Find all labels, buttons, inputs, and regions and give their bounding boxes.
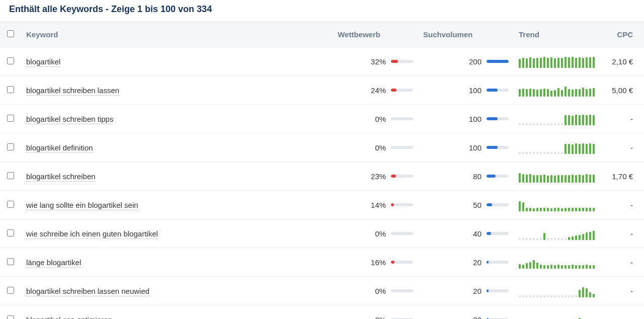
row-checkbox[interactable]	[7, 57, 14, 64]
trend-sparkline	[519, 227, 595, 240]
trend-sparkline	[519, 198, 595, 211]
competition-value: 14%	[367, 201, 386, 209]
col-cpc[interactable]: CPC	[600, 22, 644, 47]
keyword-text[interactable]: blogartikel schreiben lassen neuwied	[26, 287, 149, 296]
volume-bar	[487, 89, 509, 92]
trend-sparkline	[519, 256, 595, 269]
row-checkbox[interactable]	[7, 229, 14, 236]
keyword-text[interactable]: blogartikel schreiben	[26, 172, 96, 182]
col-competition[interactable]: Wettbewerb	[333, 22, 418, 47]
col-volume[interactable]: Suchvolumen	[418, 22, 514, 47]
cpc-value: -	[600, 191, 644, 219]
table-row: blogartikel schreiben23%801,70 €	[0, 162, 644, 191]
row-checkbox[interactable]	[7, 86, 14, 93]
col-keyword[interactable]: Keyword	[21, 22, 333, 47]
table-row: wie schreibe ich einen guten blogartikel…	[0, 219, 644, 248]
competition-value: 0%	[367, 315, 386, 320]
volume-bar	[487, 175, 509, 178]
row-checkbox[interactable]	[7, 115, 14, 122]
cpc-value: 5,00 €	[600, 76, 644, 105]
keyword-text[interactable]: länge blogartikel	[26, 258, 81, 268]
table-row: blogartikel32%2002,10 €	[0, 47, 644, 76]
competition-value: 0%	[367, 229, 386, 238]
table-row: länge blogartikel16%20-	[0, 248, 644, 277]
competition-bar	[391, 89, 413, 92]
trend-sparkline	[519, 112, 595, 125]
trend-sparkline	[519, 313, 595, 319]
competition-bar	[391, 117, 413, 120]
volume-value: 40	[461, 229, 481, 238]
keyword-table: Keyword Wettbewerb Suchvolumen Trend CPC…	[0, 22, 644, 319]
volume-bar	[487, 146, 509, 149]
competition-value: 32%	[367, 57, 386, 66]
competition-bar	[391, 203, 413, 206]
competition-bar	[391, 232, 413, 235]
page-title: Enthält alle Keywords - Zeige 1 bis 100 …	[0, 0, 644, 22]
competition-value: 16%	[367, 258, 386, 267]
row-checkbox[interactable]	[7, 172, 14, 179]
table-row: blogartikel schreiben tipps0%100-	[0, 105, 644, 133]
row-checkbox[interactable]	[7, 201, 14, 208]
competition-value: 23%	[367, 172, 386, 181]
row-checkbox[interactable]	[7, 143, 14, 150]
table-row: blogartikel schreiben lassen neuwied0%20…	[0, 277, 644, 305]
volume-value: 20	[461, 315, 481, 320]
header-row: Keyword Wettbewerb Suchvolumen Trend CPC	[0, 22, 644, 47]
trend-sparkline	[519, 170, 595, 183]
keyword-text[interactable]: wie schreibe ich einen guten blogartikel	[26, 229, 158, 239]
volume-bar	[487, 60, 509, 63]
volume-value: 200	[461, 57, 481, 66]
volume-value: 100	[461, 143, 481, 152]
trend-sparkline	[519, 141, 595, 154]
cpc-value: -	[600, 277, 644, 305]
competition-value: 24%	[367, 86, 386, 95]
col-trend[interactable]: Trend	[514, 22, 600, 47]
cpc-value: 2,10 €	[600, 47, 644, 76]
volume-value: 80	[461, 172, 481, 181]
table-row: blogartikel seo optimieren0%20-	[0, 305, 644, 320]
trend-sparkline	[519, 284, 595, 297]
volume-bar	[487, 117, 509, 120]
table-row: blogartikel definition0%100-	[0, 133, 644, 162]
keyword-text[interactable]: blogartikel definition	[26, 143, 93, 153]
row-checkbox[interactable]	[7, 315, 14, 320]
keyword-text[interactable]: blogartikel schreiben tipps	[26, 115, 113, 124]
competition-bar	[391, 175, 413, 178]
volume-value: 20	[461, 258, 481, 267]
volume-value: 100	[461, 115, 481, 123]
competition-bar	[391, 60, 413, 63]
volume-value: 20	[461, 287, 481, 295]
competition-bar	[391, 289, 413, 292]
keyword-text[interactable]: blogartikel	[26, 57, 60, 67]
cpc-value: 1,70 €	[600, 162, 644, 191]
row-checkbox[interactable]	[7, 287, 14, 294]
competition-bar	[391, 146, 413, 149]
cpc-value: -	[600, 248, 644, 277]
cpc-value: -	[600, 105, 644, 133]
trend-sparkline	[519, 84, 595, 97]
select-all-checkbox[interactable]	[7, 30, 14, 37]
volume-value: 100	[461, 86, 481, 95]
volume-bar	[487, 261, 509, 264]
volume-bar	[487, 289, 509, 292]
table-row: wie lang sollte ein blogartikel sein14%5…	[0, 191, 644, 219]
trend-sparkline	[519, 55, 595, 68]
table-row: blogartikel schreiben lassen24%1005,00 €	[0, 76, 644, 105]
competition-value: 0%	[367, 143, 386, 152]
keyword-text[interactable]: blogartikel seo optimieren	[26, 315, 112, 320]
volume-value: 50	[461, 201, 481, 209]
cpc-value: -	[600, 219, 644, 248]
competition-value: 0%	[367, 287, 386, 295]
keyword-text[interactable]: wie lang sollte ein blogartikel sein	[26, 201, 138, 210]
volume-bar	[487, 203, 509, 206]
keyword-text[interactable]: blogartikel schreiben lassen	[26, 86, 119, 96]
competition-bar	[391, 261, 413, 264]
competition-value: 0%	[367, 115, 386, 123]
cpc-value: -	[600, 133, 644, 162]
volume-bar	[487, 232, 509, 235]
cpc-value: -	[600, 305, 644, 320]
row-checkbox[interactable]	[7, 258, 14, 265]
